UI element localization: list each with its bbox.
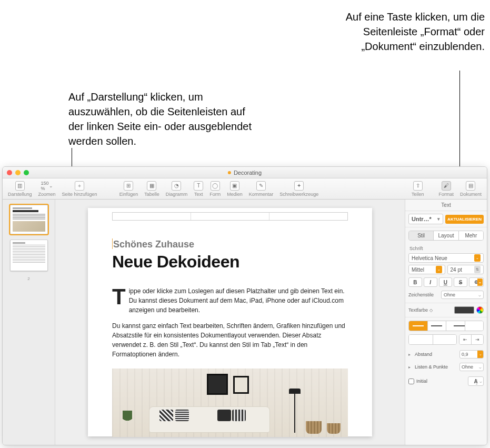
stepper-icon: ⇅ — [474, 266, 481, 273]
format-button[interactable]: 🖌 Format — [435, 181, 457, 197]
share-button[interactable]: ⇧ Teilen — [408, 181, 427, 197]
bold-button[interactable]: B — [408, 277, 422, 287]
body-paragraph-2[interactable]: Du kannst ganz einfach Text bearbeiten, … — [112, 321, 348, 359]
media-icon: ▣ — [230, 181, 239, 191]
color-wheel-icon[interactable] — [476, 306, 484, 314]
share-label: Teilen — [412, 192, 424, 197]
font-family-dropdown[interactable]: Helvetica Neue⌄ — [408, 253, 484, 263]
spacing-value-field[interactable]: 0,9 ⌄ — [459, 350, 484, 359]
writing-tools-icon: ✦ — [294, 181, 304, 191]
indent-button[interactable]: ⇥ — [472, 335, 483, 344]
close-icon[interactable] — [7, 170, 12, 175]
page-thumbnails-sidebar: 2 — [3, 200, 55, 445]
indent-segment — [408, 334, 457, 345]
align-left-button[interactable] — [409, 321, 428, 331]
callout-view-button: Auf „Darstellung“ klicken, um auszuwähle… — [68, 89, 263, 148]
dropcap-checkbox[interactable] — [408, 379, 414, 384]
text-icon: T — [194, 181, 203, 191]
content-area: 2 Schönes Zuhause Neue Dekoideen Tippe o… — [3, 200, 487, 445]
app-window: Decorating ▥ Darstellung 150 %⌄ Zoomen ＋… — [2, 166, 487, 445]
paragraph-style-dropdown[interactable]: Untr…* — [408, 214, 443, 224]
document-canvas[interactable]: Schönes Zuhause Neue Dekoideen Tippe ode… — [55, 200, 405, 445]
view-button[interactable]: ▥ Darstellung — [5, 181, 35, 197]
bullets-dropdown[interactable]: Ohne — [459, 363, 484, 371]
align-top-button[interactable] — [409, 335, 433, 344]
toolbar: ▥ Darstellung 150 %⌄ Zoomen ＋ Seite hinz… — [3, 178, 487, 200]
font-weight-dropdown[interactable]: Mittel⌄ — [408, 265, 445, 274]
align-middle-button[interactable] — [433, 335, 457, 344]
format-icon: 🖌 — [442, 181, 451, 191]
underline-button[interactable]: U — [439, 277, 453, 287]
char-styles-dropdown[interactable]: Ohne — [441, 291, 484, 299]
chart-icon: ◔ — [172, 181, 181, 191]
view-label: Darstellung — [8, 192, 32, 197]
insert-button[interactable]: ⊞ Einfügen — [116, 181, 142, 197]
text-color-swatch[interactable] — [454, 306, 474, 314]
italic-button[interactable]: I — [424, 277, 437, 287]
minimize-icon[interactable] — [15, 170, 21, 175]
outdent-button[interactable]: ⇤ — [459, 335, 472, 344]
page-count: 2 — [27, 276, 29, 281]
writing-tools-label: Schreibwerkzeuge — [279, 192, 318, 197]
callout-format-sidebar: Auf eine Taste klicken, um die Seitenlei… — [327, 9, 485, 54]
kicker-text[interactable]: Schönes Zuhause — [112, 238, 348, 250]
tab-style[interactable]: Stil — [409, 231, 434, 240]
tab-more[interactable]: Mehr — [459, 231, 483, 240]
strike-button[interactable]: S — [454, 277, 467, 287]
chevron-down-icon: ⌄ — [477, 278, 483, 286]
media-button[interactable]: ▣ Medien — [224, 181, 246, 197]
chevron-down-icon: ⌄ — [477, 351, 483, 358]
page-thumbnail-2[interactable] — [10, 240, 48, 271]
dropcap: T — [112, 286, 129, 306]
align-justify-button[interactable] — [465, 321, 484, 331]
zoom-button[interactable]: 150 %⌄ Zoomen — [35, 181, 59, 197]
shape-icon: ◯ — [211, 181, 220, 191]
fullscreen-icon[interactable] — [24, 170, 29, 175]
table-icon: ▦ — [147, 181, 156, 191]
chevron-down-icon: ⌄ — [474, 254, 481, 262]
chart-button[interactable]: ◔ Diagramm — [163, 181, 191, 197]
shape-button[interactable]: ◯ Form — [206, 181, 224, 197]
dropcap-style-dropdown[interactable]: A ≡≡ — [468, 376, 484, 386]
align-right-button[interactable] — [446, 321, 465, 331]
inspector-tabs: Stil Layout Mehr — [408, 231, 484, 241]
media-label: Medien — [227, 192, 243, 197]
align-center-button[interactable] — [428, 321, 447, 331]
bullets-disclosure[interactable]: Listen & Punkte Ohne — [405, 361, 487, 373]
chevron-down-icon: ⌄ — [436, 266, 442, 273]
font-section-label: Schrift — [405, 244, 487, 252]
comment-button[interactable]: ✎ Kommentar — [246, 181, 277, 197]
hero-image[interactable] — [112, 369, 348, 437]
shape-label: Form — [209, 192, 221, 197]
comment-label: Kommentar — [249, 192, 274, 197]
text-label: Text — [194, 192, 203, 197]
font-size-stepper[interactable]: 24 pt⇅ — [447, 265, 484, 274]
headline-text[interactable]: Neue Dekoideen — [112, 252, 348, 272]
textbox-button[interactable]: T Text — [191, 181, 206, 197]
insert-label: Einfügen — [119, 192, 138, 197]
table-button[interactable]: ▦ Tabelle — [141, 181, 163, 197]
tab-layout[interactable]: Layout — [434, 231, 458, 240]
add-page-button[interactable]: ＋ Seite hinzufügen — [59, 181, 101, 197]
document-icon: ▤ — [466, 181, 475, 191]
sidebar-icon: ▥ — [15, 181, 25, 191]
spacing-disclosure[interactable]: Abstand 0,9 ⌄ — [405, 348, 487, 361]
format-label: Format — [438, 192, 454, 197]
body-paragraph-1[interactable]: Tippe oder klicke zum Loslegen auf diese… — [112, 286, 348, 315]
outdent-segment: ⇤ ⇥ — [459, 334, 484, 345]
page: Schönes Zuhause Neue Dekoideen Tippe ode… — [88, 208, 372, 436]
document-title: Decorating — [228, 170, 262, 176]
char-styles-label: Zeichenstile — [408, 292, 439, 297]
horizontal-align-segment — [408, 321, 484, 331]
writing-tools-button[interactable]: ✦ Schreibwerkzeuge — [276, 181, 322, 197]
inspector-title: Text — [405, 200, 487, 211]
header-row[interactable] — [112, 212, 348, 221]
update-style-button[interactable]: AKTUALISIEREN — [445, 215, 484, 224]
document-button[interactable]: ▤ Dokument — [457, 181, 485, 197]
text-cursor — [112, 238, 113, 249]
table-label: Tabelle — [144, 192, 159, 197]
share-icon: ⇧ — [413, 181, 423, 191]
window-controls — [7, 170, 29, 175]
page-thumbnail-1[interactable] — [10, 205, 48, 234]
font-options-button[interactable]: ⚙ ⌄ — [469, 277, 484, 287]
